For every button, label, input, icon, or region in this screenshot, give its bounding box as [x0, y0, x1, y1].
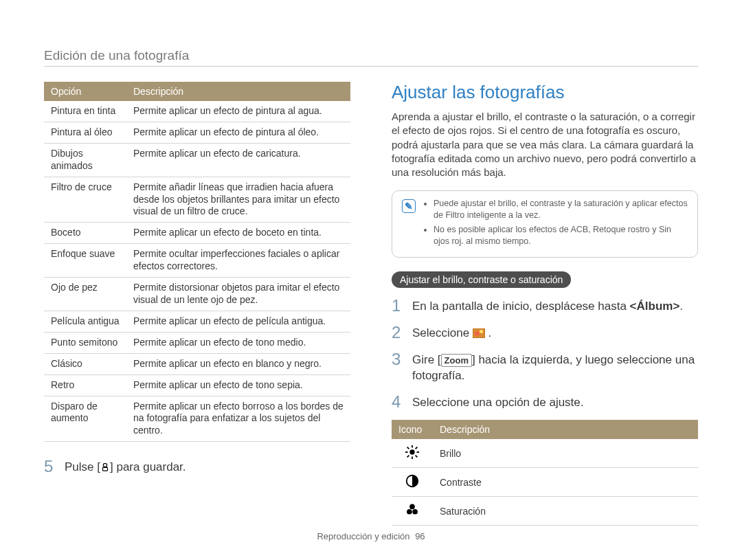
section-heading: Ajustar las fotografías — [392, 82, 698, 103]
svg-point-12 — [409, 504, 415, 510]
table-row: Disparo de aumentoPermite aplicar un efe… — [44, 396, 350, 442]
step-1: 1 En la pantalla de inicio, desplácese h… — [392, 298, 698, 315]
effects-table: Opción Descripción Pintura en tintaPermi… — [44, 82, 350, 442]
divider — [44, 66, 698, 67]
svg-line-7 — [407, 447, 409, 449]
table-row: BocetoPermite aplicar un efecto de bocet… — [44, 223, 350, 244]
svg-rect-1 — [102, 467, 107, 471]
step-4: 4 Seleccione una opción de ajuste. — [392, 394, 698, 411]
table-row: Ojo de pezPermite distorsionar objetos p… — [44, 278, 350, 311]
zoom-keycap: Zoom — [441, 354, 472, 368]
subsection-pill: Ajustar el brillo, contraste o saturació… — [392, 271, 571, 288]
table-row: Pintura en tintaPermite aplicar un efect… — [44, 101, 350, 122]
contrast-icon — [405, 473, 420, 489]
step-number: 3 — [392, 351, 407, 384]
svg-point-2 — [409, 450, 414, 455]
table-row: Punto semitonoPermite aplicar un efecto … — [44, 332, 350, 353]
left-column: Opción Descripción Pintura en tintaPermi… — [44, 82, 350, 526]
brightness-icon — [405, 445, 420, 460]
table-row: Película antiguaPermite aplicar un efect… — [44, 311, 350, 332]
step-5: 5 Pulse [] para guardar. — [44, 458, 350, 475]
camera-button-icon — [100, 463, 110, 473]
table-row: Enfoque suavePermite ocultar imperfeccio… — [44, 244, 350, 278]
page-number: 96 — [415, 531, 425, 541]
table-row: Pintura al óleoPermite aplicar un efecto… — [44, 122, 350, 143]
breadcrumb: Edición de una fotografía — [44, 48, 698, 63]
th-desc: Descripción — [126, 82, 350, 101]
icon-table: Icono Descripción — [392, 420, 698, 526]
page-footer: Reproducción y edición 96 — [44, 531, 698, 541]
step-2: 2 Seleccione . — [392, 324, 698, 341]
table-row: RetroPermite aplicar un efecto de tono s… — [44, 374, 350, 396]
note-item: No es posible aplicar los efectos de ACB… — [434, 224, 688, 247]
step-number: 2 — [392, 324, 407, 341]
th-icon: Icono — [392, 420, 433, 439]
table-row: Saturación — [392, 497, 698, 526]
table-row: Brillo — [392, 439, 698, 468]
svg-line-8 — [416, 456, 418, 458]
svg-point-13 — [407, 509, 412, 515]
intro-paragraph: Aprenda a ajustar el brillo, el contrast… — [392, 110, 698, 179]
step-3: 3 Gire [Zoom] hacia la izquierda, y lueg… — [392, 351, 698, 384]
saturation-icon — [405, 502, 420, 517]
photo-icon — [473, 328, 485, 338]
note-item: Puede ajustar el brillo, el contraste y … — [434, 198, 688, 221]
svg-point-0 — [103, 463, 106, 467]
step-number: 4 — [392, 394, 407, 411]
svg-line-9 — [407, 456, 409, 458]
note-icon: ✎ — [402, 199, 416, 213]
th-desc: Descripción — [433, 420, 698, 439]
table-row: Contraste — [392, 468, 698, 497]
table-row: Dibujos animadosPermite aplicar un efect… — [44, 143, 350, 177]
th-option: Opción — [44, 82, 126, 101]
note-box: ✎ Puede ajustar el brillo, el contraste … — [392, 190, 698, 258]
step-number: 1 — [392, 298, 407, 315]
svg-line-10 — [416, 447, 418, 449]
footer-text: Reproducción y edición — [317, 531, 409, 541]
step-number: 5 — [44, 458, 59, 475]
table-row: ClásicoPermite aplicar un efecto en blan… — [44, 353, 350, 374]
right-column: Ajustar las fotografías Aprenda a ajusta… — [392, 82, 698, 526]
svg-point-14 — [412, 509, 418, 515]
table-row: Filtro de crucePermite añadir líneas que… — [44, 177, 350, 223]
